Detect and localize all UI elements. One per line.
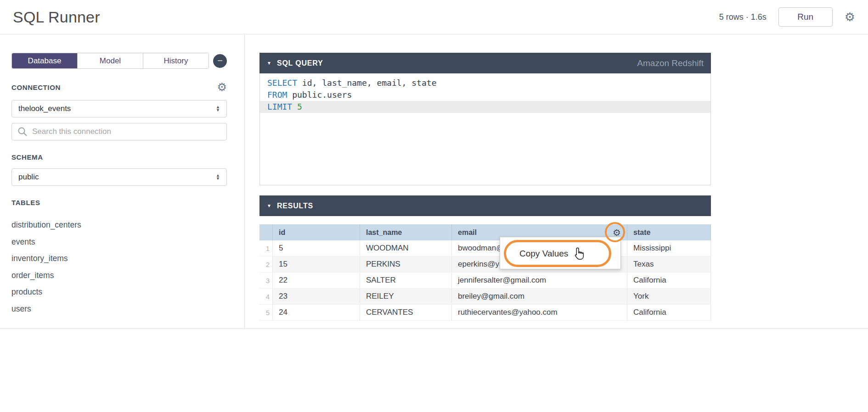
row-number-cell[interactable]: 5: [259, 305, 272, 320]
cell-id[interactable]: 15: [272, 256, 360, 272]
column-header-last-name[interactable]: last_name: [360, 224, 451, 240]
cell-state[interactable]: California: [627, 305, 711, 320]
settings-gear-icon[interactable]: ⚙: [845, 11, 855, 23]
results-header-row: id last_name email ⚙ state: [259, 224, 711, 240]
schema-select-value: public: [18, 173, 39, 182]
page-title: SQL Runner: [13, 8, 100, 26]
tables-heading-row: TABLES: [11, 199, 227, 206]
cell-state[interactable]: Mississippi: [627, 240, 711, 256]
cell-state[interactable]: Texas: [627, 256, 711, 272]
code-line: LIMIT 5: [260, 101, 710, 113]
tables-heading: TABLES: [11, 199, 40, 206]
schema-heading: SCHEMA: [11, 153, 43, 161]
minus-icon: −: [217, 56, 223, 66]
table-row: 215PERKINSeperkins@yaTexas: [259, 256, 711, 273]
row-number-cell[interactable]: 3: [259, 273, 272, 288]
main-content: ▼ SQL QUERY Amazon Redshift SELECT id, l…: [259, 34, 711, 328]
schema-heading-row: SCHEMA: [11, 153, 227, 161]
code-line: FROM public.users: [260, 89, 710, 101]
dialect-label: Amazon Redshift: [637, 58, 704, 68]
hand-cursor-icon: [574, 247, 586, 261]
tab-model[interactable]: Model: [77, 53, 143, 68]
row-number-cell[interactable]: 1: [259, 240, 272, 256]
cell-state[interactable]: York: [627, 289, 711, 304]
sql-query-panel: ▼ SQL QUERY Amazon Redshift SELECT id, l…: [259, 53, 711, 185]
results-table: id last_name email ⚙ state 15WOODMANbwoo…: [259, 224, 711, 321]
cell-email[interactable]: ruthiecervantes@yahoo.com: [451, 305, 627, 320]
cell-last-name[interactable]: SALTER: [360, 273, 451, 288]
tab-database[interactable]: Database: [12, 53, 77, 68]
results-panel: ▼ RESULTS id last_name email ⚙ state 15W…: [259, 195, 711, 321]
tables-list: distribution_centerseventsinventory_item…: [11, 217, 227, 317]
cell-email[interactable]: breiley@gmail.com: [451, 289, 627, 304]
table-row: 524CERVANTESruthiecervantes@yahoo.comCal…: [259, 305, 711, 321]
table-row: 423REILEYbreiley@gmail.comYork: [259, 289, 711, 305]
collapse-results-icon[interactable]: ▼: [267, 204, 271, 208]
cell-state[interactable]: California: [627, 273, 711, 288]
table-row: 322SALTERjennifersalter@gmail.comCalifor…: [259, 273, 711, 289]
sql-code[interactable]: SELECT id, last_name, email, stateFROM p…: [259, 73, 711, 185]
search-input[interactable]: [32, 127, 221, 136]
updown-arrows-icon: ▲▼: [216, 106, 220, 112]
sidebar-tab-group: Database Model History: [11, 53, 209, 69]
column-header-id[interactable]: id: [272, 224, 360, 240]
connection-select-value: thelook_events: [18, 104, 71, 113]
row-number-cell[interactable]: 2: [259, 256, 272, 272]
top-bar: SQL Runner 5 rows · 1.6s Run ⚙: [0, 0, 868, 34]
schema-select[interactable]: public ▲▼: [11, 168, 227, 186]
cell-last-name[interactable]: CERVANTES: [360, 305, 451, 320]
table-item[interactable]: events: [11, 234, 227, 251]
column-header-state[interactable]: state: [627, 224, 711, 240]
results-panel-header: ▼ RESULTS: [259, 195, 711, 216]
results-body: 15WOODMANbwoodman@Mississippi215PERKINSe…: [259, 240, 711, 321]
collapse-query-icon[interactable]: ▼: [267, 61, 271, 66]
cell-id[interactable]: 22: [272, 273, 360, 288]
copy-values-menu-item[interactable]: Copy Values: [519, 237, 568, 270]
connection-heading-row: CONNECTION ⚙: [11, 82, 227, 93]
sql-query-panel-header: ▼ SQL QUERY Amazon Redshift: [259, 53, 711, 73]
results-title: RESULTS: [277, 202, 313, 210]
app-body: Database Model History − CONNECTION ⚙ th…: [0, 34, 868, 329]
code-line: SELECT id, last_name, email, state: [260, 77, 710, 89]
table-item[interactable]: distribution_centers: [11, 217, 227, 234]
sidebar-tabs-row: Database Model History −: [11, 53, 227, 69]
column-gear-icon[interactable]: ⚙: [613, 228, 621, 237]
updown-arrows-icon: ▲▼: [216, 174, 220, 180]
connection-heading: CONNECTION: [11, 84, 61, 91]
connection-gear-icon[interactable]: ⚙: [217, 82, 227, 93]
cell-id[interactable]: 23: [272, 289, 360, 304]
column-context-menu: Copy Values: [500, 237, 621, 269]
collapse-sidebar-button[interactable]: −: [213, 54, 227, 68]
table-item[interactable]: products: [11, 284, 227, 301]
cell-last-name[interactable]: REILEY: [360, 289, 451, 304]
row-number-cell[interactable]: 4: [259, 289, 272, 304]
query-status: 5 rows · 1.6s: [719, 12, 767, 22]
table-row: 15WOODMANbwoodman@Mississippi: [259, 240, 711, 256]
search-icon: [17, 127, 28, 137]
tab-history[interactable]: History: [143, 53, 209, 68]
sidebar: Database Model History − CONNECTION ⚙ th…: [0, 34, 245, 328]
cell-last-name[interactable]: PERKINS: [360, 256, 451, 272]
connection-search: [11, 123, 227, 140]
cell-last-name[interactable]: WOODMAN: [360, 240, 451, 256]
table-item[interactable]: users: [11, 301, 227, 317]
cell-id[interactable]: 5: [272, 240, 360, 256]
table-item[interactable]: order_items: [11, 267, 227, 284]
table-item[interactable]: inventory_items: [11, 250, 227, 267]
topbar-right: 5 rows · 1.6s Run ⚙: [719, 7, 855, 27]
run-button[interactable]: Run: [778, 7, 833, 27]
cell-id[interactable]: 24: [272, 305, 360, 320]
column-header-email-label: email: [458, 228, 477, 237]
sql-query-title: SQL QUERY: [277, 59, 323, 67]
connection-select[interactable]: thelook_events ▲▼: [11, 100, 227, 117]
cell-email[interactable]: jennifersalter@gmail.com: [451, 273, 627, 288]
row-number-header: [259, 224, 272, 240]
